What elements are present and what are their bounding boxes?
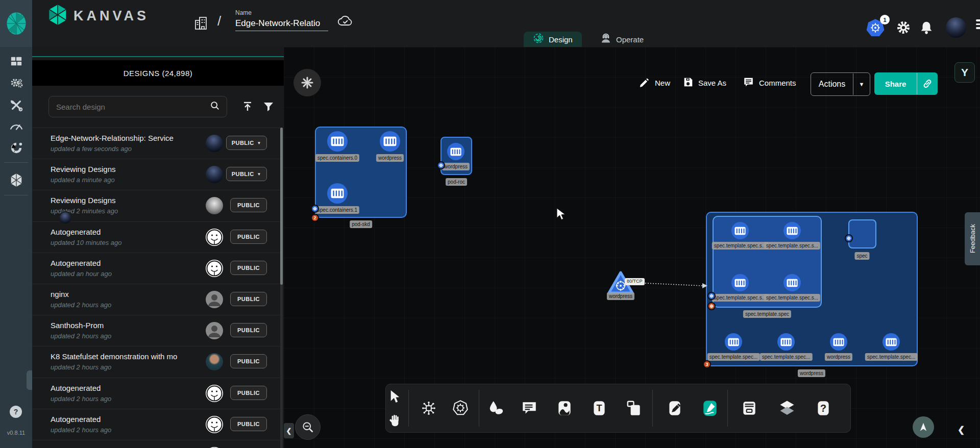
toolbar-divider: [727, 390, 728, 427]
issue-badge: [707, 302, 716, 310]
rectangle-tool[interactable]: [622, 396, 646, 420]
svg-text:T: T: [596, 403, 602, 413]
svg-text:?: ?: [820, 403, 826, 414]
container-node[interactable]: [777, 333, 795, 351]
pod-badge: [707, 292, 716, 300]
node-label: spec.template.spec...: [865, 353, 918, 361]
container-node[interactable]: [447, 143, 464, 160]
zoom-out-button[interactable]: [295, 414, 321, 440]
node-label: spec.template.spec.s...: [712, 242, 768, 250]
node-label: spec.template.spec.s...: [764, 242, 820, 250]
collapse-panel-chevron[interactable]: ❮: [284, 423, 294, 438]
kanvas-app: KANVAS / Name Edge-Network-Relatio 1: [0, 0, 980, 448]
text-tool[interactable]: T: [587, 396, 611, 420]
mouse-cursor: [556, 208, 566, 223]
freehand-draw-tool[interactable]: [698, 396, 722, 420]
container-node[interactable]: [380, 131, 400, 152]
select-tool[interactable]: [389, 390, 401, 404]
container-node[interactable]: [731, 222, 749, 239]
container-node[interactable]: [725, 333, 742, 351]
help-tool[interactable]: ?: [811, 396, 836, 420]
collaborator-avatar: [59, 211, 72, 225]
container-node[interactable]: [783, 222, 801, 239]
node-label: spec.containers.0: [315, 154, 359, 162]
issue-badge: 3: [703, 360, 711, 368]
group-label: pod-roc: [446, 178, 467, 186]
drawer-tool[interactable]: [737, 396, 762, 420]
pod-badge: [437, 161, 445, 169]
right-panel-toggle[interactable]: Y: [954, 62, 975, 83]
pen-tool[interactable]: [663, 396, 687, 420]
node-label: wordpress: [442, 163, 470, 170]
issue-badge: 2: [311, 214, 319, 222]
toolbar-divider: [652, 390, 653, 427]
container-node[interactable]: [830, 333, 847, 351]
node-label: spec.containers.1: [315, 206, 359, 214]
center-view-button[interactable]: [913, 416, 934, 438]
group-spec[interactable]: [848, 219, 876, 248]
node-label: spec.template.spec...: [760, 353, 813, 361]
toolbar-divider: [408, 390, 409, 427]
node-label: spec.template.spec.s...: [712, 294, 768, 302]
shapes-tool[interactable]: [484, 396, 508, 420]
container-node[interactable]: [327, 183, 348, 204]
right-panel-toggle-label: Y: [961, 66, 968, 79]
container-node[interactable]: [731, 274, 749, 291]
container-node[interactable]: [327, 131, 348, 152]
node-label: spec.template.spec.s...: [764, 294, 820, 302]
group-label: wordpress: [798, 369, 825, 377]
design-canvas[interactable]: spec.containers.0wordpressspec.container…: [0, 0, 980, 448]
comment-tool[interactable]: [517, 396, 542, 420]
feedback-label: Feedback: [969, 224, 976, 253]
layers-tool[interactable]: [775, 396, 799, 420]
group-label: spec: [854, 252, 869, 260]
container-node[interactable]: [783, 274, 801, 291]
group-label: spec.template.spec: [743, 310, 791, 318]
service-label: wordpress: [607, 292, 634, 300]
pod-badge: [845, 234, 853, 242]
service-port-label: 80/TCP: [625, 278, 645, 285]
pod-badge: [311, 205, 319, 213]
container-node[interactable]: [883, 333, 900, 351]
node-label: wordpress: [376, 154, 404, 162]
kubernetes-shapes-tool[interactable]: [448, 396, 473, 420]
connect-nodes-tool[interactable]: [416, 396, 441, 420]
media-tool[interactable]: [552, 396, 577, 420]
node-label: wordpress: [825, 353, 852, 361]
collapse-right-chevron[interactable]: ❮: [958, 425, 965, 435]
group-label: pod-skd: [350, 220, 372, 228]
feedback-tab[interactable]: Feedback: [965, 212, 980, 265]
node-label: spec.template.spec...: [707, 353, 760, 361]
toolbar-divider: [479, 390, 479, 427]
pan-hand-tool[interactable]: [388, 413, 401, 429]
edge-service-to-deployment: [633, 277, 710, 294]
